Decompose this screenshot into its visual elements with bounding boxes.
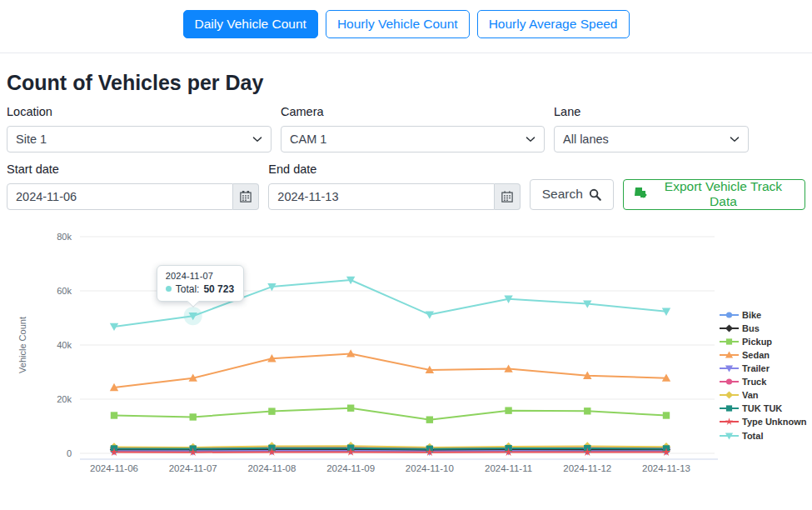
svg-text:2024-11-13: 2024-11-13 bbox=[642, 463, 690, 473]
tab-hourly-vehicle-count[interactable]: Hourly Vehicle Count bbox=[326, 10, 470, 38]
end-date-field: End date bbox=[268, 162, 520, 210]
chevron-down-icon bbox=[252, 134, 262, 144]
start-date-label: Start date bbox=[7, 162, 259, 176]
legend-item-type-unknown[interactable]: Type Unknown bbox=[720, 415, 806, 428]
legend-item-trailer[interactable]: Trailer bbox=[720, 362, 806, 375]
legend-item-bus[interactable]: Bus bbox=[720, 322, 806, 335]
location-select-value: Site 1 bbox=[16, 132, 47, 146]
legend-item-van[interactable]: Van bbox=[720, 388, 806, 402]
chart-canvas[interactable]: 020k40k60k80k2024-11-062024-11-072024-11… bbox=[0, 222, 812, 487]
legend-marker-icon bbox=[720, 390, 739, 400]
top-tab-bar: Daily Vehicle Count Hourly Vehicle Count… bbox=[0, 0, 812, 53]
export-button-label: Export Vehicle Track Data bbox=[653, 179, 794, 209]
legend-marker-icon bbox=[720, 323, 739, 333]
tab-daily-vehicle-count[interactable]: Daily Vehicle Count bbox=[183, 10, 318, 38]
svg-text:80k: 80k bbox=[57, 232, 72, 242]
svg-text:2024-11-11: 2024-11-11 bbox=[485, 463, 532, 473]
legend-label: Pickup bbox=[742, 337, 772, 347]
legend-label: Van bbox=[742, 390, 759, 400]
calendar-icon[interactable] bbox=[495, 183, 521, 210]
end-date-label: End date bbox=[268, 162, 520, 176]
chevron-down-icon bbox=[730, 134, 740, 144]
camera-select[interactable]: CAM 1 bbox=[281, 126, 545, 152]
filter-panel: Location Site 1 Camera CAM 1 Lane All la… bbox=[0, 105, 812, 210]
camera-field: Camera CAM 1 bbox=[281, 105, 545, 152]
legend-marker-icon bbox=[720, 350, 739, 360]
tooltip-date: 2024-11-07 bbox=[166, 271, 234, 281]
legend-label: TUK TUK bbox=[742, 403, 782, 413]
legend-marker-icon bbox=[720, 310, 739, 320]
camera-select-value: CAM 1 bbox=[290, 132, 326, 146]
legend-marker-icon bbox=[720, 431, 739, 441]
legend-item-truck[interactable]: Truck bbox=[720, 375, 806, 388]
svg-text:2024-11-09: 2024-11-09 bbox=[326, 463, 375, 473]
location-field: Location Site 1 bbox=[7, 105, 271, 152]
legend-item-bike[interactable]: Bike bbox=[720, 308, 806, 322]
legend-marker-icon bbox=[720, 337, 739, 347]
legend-marker-icon bbox=[720, 403, 739, 413]
svg-text:2024-11-12: 2024-11-12 bbox=[563, 463, 611, 473]
svg-text:2024-11-06: 2024-11-06 bbox=[90, 463, 138, 473]
chart-legend: BikeBusPickupSedanTrailerTruckVanTUK TUK… bbox=[720, 308, 806, 442]
export-vehicle-track-data-button[interactable]: Export Vehicle Track Data bbox=[623, 179, 805, 210]
legend-label: Total bbox=[742, 431, 763, 441]
legend-marker-icon bbox=[720, 363, 739, 373]
svg-text:2024-11-07: 2024-11-07 bbox=[169, 463, 217, 473]
legend-item-tuk-tuk[interactable]: TUK TUK bbox=[720, 402, 806, 415]
calendar-icon[interactable] bbox=[233, 183, 259, 210]
search-button[interactable]: Search bbox=[530, 179, 614, 210]
legend-label: Trailer bbox=[742, 363, 770, 373]
svg-text:2024-11-08: 2024-11-08 bbox=[247, 463, 296, 473]
svg-text:40k: 40k bbox=[57, 340, 72, 350]
svg-text:0: 0 bbox=[67, 448, 72, 458]
chevron-down-icon bbox=[526, 134, 536, 144]
tooltip-series-dot bbox=[166, 286, 172, 292]
legend-label: Bike bbox=[742, 310, 761, 320]
legend-item-total[interactable]: Total bbox=[720, 429, 806, 442]
legend-label: Sedan bbox=[742, 350, 770, 360]
tooltip-value: 50 723 bbox=[203, 283, 234, 295]
vehicle-count-chart[interactable]: 020k40k60k80k2024-11-062024-11-072024-11… bbox=[0, 222, 812, 487]
svg-text:Vehicle Count: Vehicle Count bbox=[17, 317, 27, 373]
end-date-input[interactable] bbox=[268, 183, 494, 210]
lane-label: Lane bbox=[554, 105, 749, 118]
lane-select-value: All lanes bbox=[563, 132, 609, 146]
page-title: Count of Vehicles per Day bbox=[7, 71, 812, 95]
search-icon bbox=[589, 188, 601, 201]
legend-item-sedan[interactable]: Sedan bbox=[720, 348, 806, 362]
legend-marker-icon bbox=[720, 417, 739, 427]
location-select[interactable]: Site 1 bbox=[7, 126, 271, 152]
start-date-field: Start date bbox=[7, 162, 259, 210]
legend-label: Truck bbox=[742, 377, 766, 387]
tooltip-series-label: Total: bbox=[176, 283, 200, 295]
lane-select[interactable]: All lanes bbox=[554, 126, 749, 152]
svg-text:20k: 20k bbox=[57, 394, 72, 404]
legend-label: Bus bbox=[742, 323, 760, 333]
search-button-label: Search bbox=[542, 187, 583, 202]
legend-marker-icon bbox=[720, 377, 739, 387]
legend-label: Type Unknown bbox=[742, 417, 806, 427]
start-date-input[interactable] bbox=[7, 183, 233, 210]
camera-label: Camera bbox=[281, 105, 545, 118]
legend-item-pickup[interactable]: Pickup bbox=[720, 335, 806, 348]
lane-field: Lane All lanes bbox=[554, 105, 749, 152]
chart-tooltip: 2024-11-07 Total: 50 723 bbox=[157, 265, 244, 302]
tab-hourly-average-speed[interactable]: Hourly Average Speed bbox=[477, 10, 630, 38]
file-export-icon bbox=[635, 188, 647, 201]
location-label: Location bbox=[7, 105, 271, 118]
svg-text:60k: 60k bbox=[57, 286, 72, 296]
svg-text:2024-11-10: 2024-11-10 bbox=[406, 463, 454, 473]
